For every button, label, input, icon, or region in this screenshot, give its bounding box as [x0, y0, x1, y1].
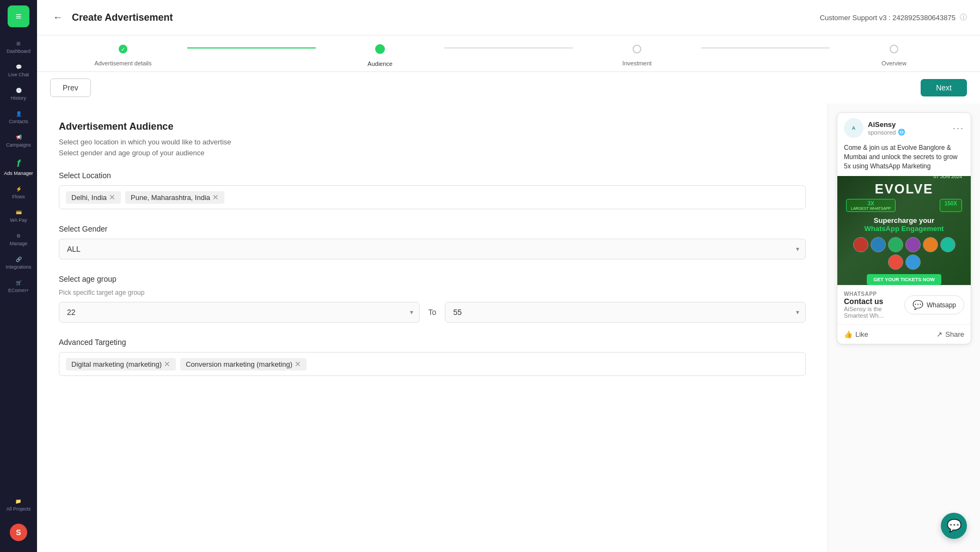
step-label-3: Investment: [622, 60, 652, 66]
targeting-tag-conversion-remove[interactable]: ✕: [295, 360, 301, 368]
connector-3: [701, 47, 830, 48]
sidebar-item-wa-pay[interactable]: 💳 WA Pay: [0, 205, 37, 228]
avatar[interactable]: S: [10, 524, 27, 541]
sidebar-item-label: History: [11, 95, 26, 101]
speaker-3: [888, 237, 903, 252]
event-date: 07 JUN 2024: [846, 176, 962, 179]
sidebar-item-all-projects[interactable]: 📁 All Projects: [6, 494, 30, 517]
sidebar-item-campaigns[interactable]: 📢 Campaigns: [0, 130, 37, 153]
advanced-targeting-input[interactable]: Digital marketing (marketing) ✕ Conversi…: [59, 352, 806, 376]
card-image-content: AiSensy × WhatsApp 07 JUN 2024 EVOLVE 3X…: [837, 176, 971, 285]
targeting-tag-digital-remove[interactable]: ✕: [164, 360, 170, 368]
globe-icon: 🌐: [898, 129, 905, 136]
age-to-select[interactable]: 18 20 22 25 30 35 40 45 50 55 60 65: [445, 302, 806, 323]
contacts-icon: 👤: [16, 112, 22, 117]
stats-row: 3X LARGEST WHATSAPP 150X: [846, 199, 962, 212]
like-button[interactable]: 👍 Like: [844, 330, 868, 338]
age-group-row: 18 20 22 25 30 35 40 45 50 55 ▾: [59, 302, 806, 323]
tag-text: Delhi, India: [71, 193, 107, 202]
location-field-group: Select Location Delhi, India ✕ Pune, Mah…: [59, 171, 806, 209]
action-bar: Prev Next: [37, 72, 980, 104]
step-dot-1: ✓: [119, 45, 127, 53]
all-projects-icon: 📁: [15, 499, 21, 504]
header-right: Customer Support v3 : 2428925380643875 ⓘ: [820, 13, 967, 22]
app-logo: ≡: [8, 5, 29, 27]
sidebar-item-label: WA Pay: [10, 217, 27, 223]
sidebar-item-label: Ads Manager: [4, 171, 33, 176]
sidebar-item-label: Integrations: [5, 264, 31, 270]
ecomm-icon: 🛒: [16, 281, 22, 286]
card-header: A AiSensy sponsored 🌐 ···: [837, 113, 971, 143]
thumbs-up-icon: 👍: [844, 330, 853, 338]
step-label-4: Overview: [881, 60, 906, 66]
location-tags-input[interactable]: Delhi, India ✕ Pune, Maharashtra, India …: [59, 185, 806, 209]
back-button[interactable]: ←: [50, 10, 65, 25]
like-label: Like: [855, 330, 868, 338]
wa-info: WHATSAPP Contact us AiSensy is the Smart…: [844, 291, 904, 319]
chat-icon: 💬: [947, 519, 961, 533]
sidebar-item-manage[interactable]: ⚙ Manage: [0, 228, 37, 252]
sidebar-item-ecomm[interactable]: 🛒 EComm+: [0, 275, 37, 299]
sidebar-item-label: Contacts: [9, 119, 28, 124]
age-label: Select age group: [59, 275, 806, 283]
evolve-title: EVOLVE: [846, 181, 962, 197]
speaker-8: [905, 254, 921, 270]
sidebar-item-label: Flows: [12, 194, 25, 199]
age-from-select[interactable]: 18 20 22 25 30 35 40 45 50 55: [59, 302, 420, 323]
targeting-tag-conversion: Conversion marketing (marketing) ✕: [180, 358, 307, 371]
card-description: Come & join us at Evolve Banglore & Mumb…: [837, 143, 971, 176]
progress-bar: ✓ Advertisement details Audience Investm…: [37, 35, 980, 72]
manage-icon: ⚙: [16, 234, 21, 239]
step-dot-2: [375, 44, 385, 54]
connector-2: [444, 47, 573, 48]
step-dot-4: [890, 45, 898, 53]
age-sub-label: Pick specific target age group: [59, 289, 806, 296]
sponsored-row: sponsored 🌐: [868, 129, 905, 136]
speakers-grid: [846, 237, 962, 270]
preview-section: A AiSensy sponsored 🌐 ···: [828, 104, 980, 552]
info-icon[interactable]: ⓘ: [960, 13, 967, 22]
sidebar-item-live-chat[interactable]: 💬 Live Chat: [0, 59, 37, 83]
supercharge-line1: Supercharge your: [846, 216, 962, 225]
sidebar: ≡ ⊞ Dashboard 💬 Live Chat 🕐 History 👤 Co…: [0, 0, 37, 552]
gender-field-group: Select Gender ALL MALE FEMALE ▾: [59, 225, 806, 259]
content-area: Advertisement Audience Select geo locati…: [37, 104, 980, 552]
connector-1: [187, 47, 316, 48]
cta-button[interactable]: GET YOUR TICKETS NOW: [867, 274, 941, 285]
location-tag-delhi-remove[interactable]: ✕: [109, 193, 115, 201]
speaker-2: [871, 237, 886, 252]
gender-label: Select Gender: [59, 225, 806, 233]
sidebar-item-flows[interactable]: ⚡ Flows: [0, 181, 37, 205]
preview-card: A AiSensy sponsored 🌐 ···: [837, 112, 971, 344]
advanced-targeting-field-group: Advanced Targeting Digital marketing (ma…: [59, 338, 806, 376]
targeting-tag-digital: Digital marketing (marketing) ✕: [66, 358, 176, 371]
next-button[interactable]: Next: [921, 79, 967, 96]
sidebar-item-integrations[interactable]: 🔗 Integrations: [0, 252, 37, 275]
wa-desc: AiSensy is the Smartest Wh...: [844, 306, 904, 319]
customer-info: Customer Support v3 : 2428925380643875: [820, 14, 955, 22]
whatsapp-button[interactable]: 💬 Whatsapp: [904, 295, 964, 314]
tag-text: Digital marketing (marketing): [71, 360, 162, 368]
share-icon: ↗: [936, 330, 942, 338]
card-menu-icon[interactable]: ···: [953, 123, 964, 134]
float-chat-button[interactable]: 💬: [941, 513, 967, 539]
sidebar-item-dashboard[interactable]: ⊞ Dashboard: [0, 36, 37, 59]
stat-badge-1: 3X LARGEST WHATSAPP: [846, 199, 896, 212]
sidebar-item-ads-manager[interactable]: f Ads Manager: [0, 153, 37, 181]
page-title: Create Advertisement: [72, 12, 173, 23]
brand-name: AiSensy: [868, 120, 905, 129]
share-button[interactable]: ↗ Share: [936, 330, 964, 338]
step-overview: Overview: [830, 45, 958, 66]
sidebar-item-label: All Projects: [6, 506, 30, 512]
wa-contact: Contact us: [844, 297, 904, 306]
age-to-label: To: [428, 308, 437, 317]
sidebar-item-history[interactable]: 🕐 History: [0, 83, 37, 106]
location-tag-pune-remove[interactable]: ✕: [212, 193, 219, 201]
flows-icon: ⚡: [16, 187, 22, 192]
speaker-1: [853, 237, 868, 252]
sidebar-item-contacts[interactable]: 👤 Contacts: [0, 106, 37, 130]
dashboard-icon: ⊞: [16, 41, 21, 46]
prev-button[interactable]: Prev: [50, 78, 91, 97]
sidebar-item-label: Campaigns: [6, 142, 31, 148]
gender-select[interactable]: ALL MALE FEMALE: [59, 239, 806, 259]
